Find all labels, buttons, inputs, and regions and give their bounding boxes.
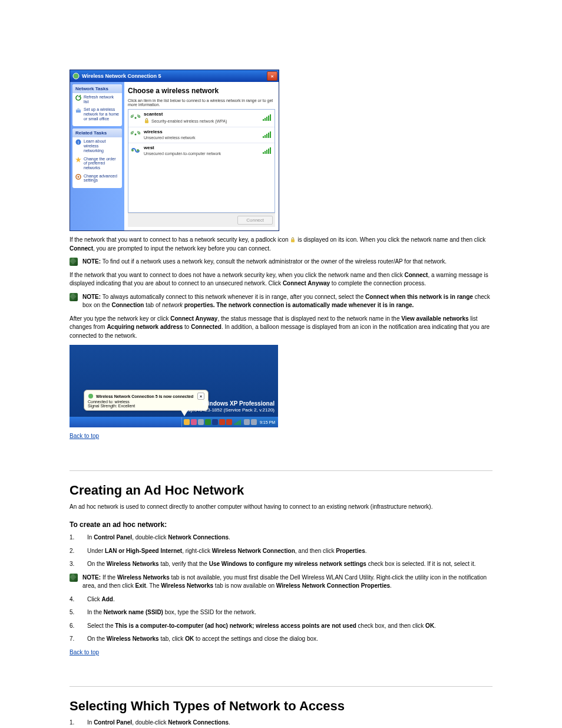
tray-icon[interactable] xyxy=(244,419,250,425)
wireless-ap-icon xyxy=(131,130,140,139)
wireless-icon xyxy=(88,393,94,399)
dialog-footer: Connect xyxy=(128,213,275,227)
section-heading: Creating an Ad Hoc Network xyxy=(70,483,492,498)
info-icon: i xyxy=(75,139,81,145)
tray-icon[interactable] xyxy=(205,419,211,425)
note-icon xyxy=(70,574,78,582)
step: 1.In Control Panel, double-click Network… xyxy=(70,533,492,542)
task-setup-network[interactable]: Set up a wireless network for a home or … xyxy=(72,106,122,123)
svg-point-12 xyxy=(88,394,93,398)
back-to-top-link[interactable]: Back to top xyxy=(70,433,99,439)
task-refresh-list[interactable]: Refresh network list xyxy=(72,93,122,106)
star-icon xyxy=(75,157,81,163)
dialog-sidebar: Network Tasks Refresh network list Set u… xyxy=(70,82,124,230)
svg-point-5 xyxy=(77,176,79,177)
system-tray: 9:15 PM xyxy=(181,417,277,427)
note-text: NOTE: To find out if a network uses a ne… xyxy=(82,258,447,266)
network-item[interactable]: wireless Unsecured wireless network xyxy=(128,127,275,143)
section-divider xyxy=(70,470,492,471)
xp-wireless-dialog: Wireless Network Connection 5 × Network … xyxy=(70,70,279,231)
connect-button[interactable]: Connect xyxy=(237,216,273,225)
paragraph: An ad hoc network is used to connect dir… xyxy=(70,503,492,512)
balloon-close-button[interactable]: × xyxy=(197,393,204,400)
signal-strength-icon xyxy=(263,147,272,154)
step: 5.In the Network name (SSID) box, type t… xyxy=(70,608,492,617)
back-to-top-link[interactable]: Back to top xyxy=(70,649,99,655)
note-text: NOTE: If the Wireless Networks tab is no… xyxy=(82,574,492,591)
svg-rect-1 xyxy=(76,110,81,113)
section-heading: Selecting Which Types of Network to Acce… xyxy=(70,699,492,714)
gear-icon xyxy=(75,174,81,180)
desktop-watermark: Windows XP Professional xpsp.040423-1852… xyxy=(183,400,275,413)
signal-strength-icon xyxy=(263,131,272,138)
note-icon xyxy=(70,258,78,266)
svg-point-9 xyxy=(131,149,134,151)
note-icon xyxy=(70,293,78,301)
svg-point-0 xyxy=(73,73,79,79)
adhoc-network-icon xyxy=(131,146,140,155)
xp-desktop-screenshot: Wireless Network Connection 5 is now con… xyxy=(70,345,278,427)
tray-icon[interactable] xyxy=(191,419,197,425)
taskbar-clock: 9:15 PM xyxy=(260,420,275,424)
network-list: scantest Security-enabled wireless netwo… xyxy=(128,109,275,213)
step: 4.Click Add. xyxy=(70,595,492,604)
wireless-app-icon xyxy=(72,73,80,80)
step: 6.Select the This is a computer-to-compu… xyxy=(70,622,492,631)
tray-icon[interactable] xyxy=(198,419,204,425)
task-advanced-settings[interactable]: Change advanced settings xyxy=(72,172,122,185)
choose-network-heading: Choose a wireless network xyxy=(128,87,275,95)
task-change-order[interactable]: Change the order of preferred networks xyxy=(72,155,122,172)
step: 2.Under LAN or High-Speed Internet, righ… xyxy=(70,547,492,556)
tray-icon[interactable] xyxy=(251,419,257,425)
svg-point-8 xyxy=(135,134,137,136)
related-tasks-header: Related Tasks xyxy=(72,129,122,137)
close-button[interactable]: × xyxy=(267,71,277,81)
svg-point-6 xyxy=(135,117,137,118)
tray-icon[interactable] xyxy=(212,419,218,425)
tray-icon[interactable] xyxy=(219,419,225,425)
dialog-titlebar: Wireless Network Connection 5 × xyxy=(70,70,279,82)
taskbar: 9:15 PM xyxy=(70,417,278,427)
paragraph: If the network that you want to connect … xyxy=(70,271,492,288)
svg-rect-11 xyxy=(291,239,295,242)
refresh-icon xyxy=(75,95,81,101)
signal-tray-icon[interactable] xyxy=(234,420,242,425)
paragraph: After you type the network key or click … xyxy=(70,315,492,341)
padlock-icon xyxy=(144,118,150,124)
paragraph: If the network that you want to connect … xyxy=(70,236,492,253)
task-learn-wireless[interactable]: i Learn about wireless networking xyxy=(72,137,122,154)
dialog-title: Wireless Network Connection 5 xyxy=(82,73,161,79)
sub-heading: To create an ad hoc network: xyxy=(70,521,492,529)
home-network-icon xyxy=(75,107,81,113)
svg-point-10 xyxy=(137,149,139,151)
section-divider xyxy=(70,686,492,687)
padlock-icon xyxy=(290,237,296,243)
network-item[interactable]: west Unsecured computer-to-computer netw… xyxy=(128,143,275,159)
dialog-main: Choose a wireless network Click an item … xyxy=(124,82,279,230)
tray-icon[interactable] xyxy=(184,419,190,425)
signal-strength-icon xyxy=(263,114,272,121)
choose-network-hint: Click an item in the list below to conne… xyxy=(128,98,275,107)
tray-icon[interactable] xyxy=(226,419,232,425)
step: 3.On the Wireless Networks tab, verify t… xyxy=(70,560,492,569)
network-item[interactable]: scantest Security-enabled wireless netwo… xyxy=(128,110,275,127)
step: 1.In Control Panel, double-click Network… xyxy=(70,719,492,727)
step: 7.On the Wireless Networks tab, click OK… xyxy=(70,635,492,644)
wireless-ap-icon xyxy=(131,113,140,123)
network-tasks-header: Network Tasks xyxy=(72,84,122,93)
svg-rect-7 xyxy=(145,120,148,123)
note-text: NOTE: To always automatically connect to… xyxy=(82,293,492,310)
